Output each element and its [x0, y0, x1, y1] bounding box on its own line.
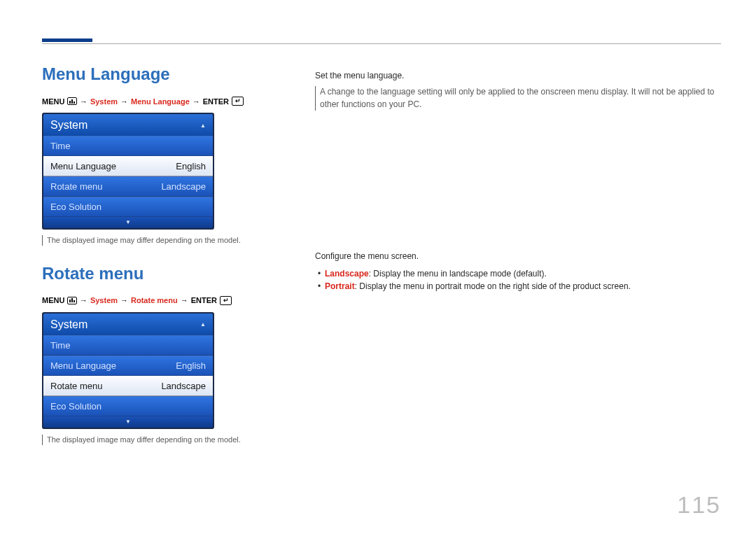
osd-row-selected[interactable]: Menu Language English [43, 156, 213, 176]
osd-row-label: Menu Language [50, 360, 116, 371]
menu-bars-icon [67, 97, 77, 105]
section1-note: A change to the language setting will on… [315, 86, 721, 111]
osd-row[interactable]: Time [43, 136, 213, 156]
osd-row-label: Eco Solution [50, 202, 102, 212]
top-divider [42, 43, 721, 44]
osd-title: System [50, 119, 88, 132]
osd-row-selected[interactable]: Rotate menu Landscape [43, 376, 213, 396]
scroll-down-icon: ▼ [125, 419, 131, 425]
enter-key-icon [232, 97, 244, 106]
nav-system: System [90, 97, 118, 106]
section2-bullets: Landscape: Display the menu in landscape… [315, 267, 721, 293]
osd-row[interactable]: Time [43, 335, 213, 356]
osd-footer: ▼ [43, 217, 213, 228]
left-column: Menu Language MENU → System → Menu Langu… [42, 64, 266, 448]
page-content: Menu Language MENU → System → Menu Langu… [42, 43, 721, 448]
nav-enter-label: ENTER [203, 97, 229, 106]
osd-row-label: Rotate menu [50, 381, 102, 391]
osd-row-value: English [176, 360, 206, 371]
osd-title: System [50, 318, 88, 331]
osd-row[interactable]: Menu Language English [43, 356, 213, 376]
osd-row[interactable]: Rotate menu Landscape [43, 176, 213, 197]
scroll-down-icon: ▼ [125, 219, 131, 225]
nav-item: Rotate menu [131, 296, 178, 304]
section1-desc: Set the menu language. [315, 70, 721, 82]
scroll-up-icon: ▲ [200, 321, 206, 328]
osd-header: System ▲ [43, 114, 213, 136]
arrow-right-icon: → [80, 97, 88, 106]
arrow-right-icon: → [192, 97, 200, 106]
nav-enter-label: ENTER [191, 296, 217, 304]
section2-footnote: The displayed image may differ depending… [42, 435, 266, 445]
section1-right: Set the menu language. A change to the l… [315, 70, 721, 111]
bullet-term: Portrait [325, 281, 355, 291]
osd-row-value: Landscape [161, 181, 206, 192]
section1-title: Menu Language [42, 64, 266, 84]
osd-row-label: Menu Language [50, 161, 116, 171]
osd-panel-1: System ▲ Time Menu Language English Rota… [42, 113, 214, 230]
bullet-text: : Display the menu in landscape mode (de… [369, 269, 547, 279]
osd-row-value: English [176, 161, 206, 171]
section1-nav-path: MENU → System → Menu Language → ENTER [42, 97, 266, 106]
menu-bars-icon [67, 297, 77, 304]
enter-key-icon [220, 296, 232, 305]
bullet-landscape: Landscape: Display the menu in landscape… [315, 267, 721, 281]
osd-row[interactable]: Eco Solution [43, 197, 213, 217]
nav-menu-label: MENU [42, 296, 64, 304]
osd-row-label: Eco Solution [50, 401, 102, 412]
osd-row[interactable]: Eco Solution [43, 396, 213, 416]
arrow-right-icon: → [120, 296, 128, 304]
right-column: Set the menu language. A change to the l… [315, 64, 721, 448]
section2-right: Configure the menu screen. Landscape: Di… [315, 251, 721, 293]
accent-bar [42, 38, 92, 42]
section2-nav-path: MENU → System → Rotate menu → ENTER [42, 296, 266, 305]
scroll-up-icon: ▲ [200, 122, 206, 129]
osd-panel-2: System ▲ Time Menu Language English Rota… [42, 312, 214, 429]
section1-footnote: The displayed image may differ depending… [42, 235, 266, 246]
section2-desc: Configure the menu screen. [315, 251, 721, 262]
arrow-right-icon: → [80, 296, 88, 304]
osd-row-label: Time [50, 340, 70, 351]
osd-row-label: Rotate menu [50, 181, 102, 192]
osd-row-value: Landscape [161, 381, 206, 391]
arrow-right-icon: → [120, 97, 128, 106]
nav-system: System [90, 296, 118, 304]
bullet-term: Landscape [325, 269, 369, 279]
section2-title: Rotate menu [42, 264, 266, 283]
page-number: 115 [677, 491, 721, 519]
osd-footer: ▼ [43, 416, 213, 428]
arrow-right-icon: → [181, 296, 188, 304]
nav-menu-label: MENU [42, 97, 64, 106]
osd-header: System ▲ [43, 314, 213, 335]
nav-item: Menu Language [131, 97, 190, 106]
bullet-portrait: Portrait: Display the menu in portrait m… [315, 280, 721, 293]
bullet-text: : Display the menu in portrait mode on t… [355, 281, 631, 291]
osd-row-label: Time [50, 141, 70, 151]
